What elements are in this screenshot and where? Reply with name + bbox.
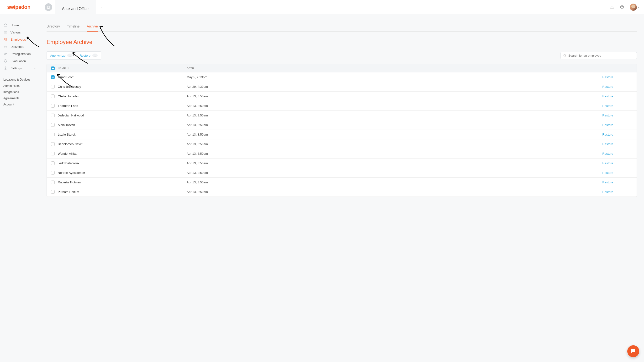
svg-point-11 — [4, 39, 5, 40]
table-header: NAME ⇅ DATE ⌄ — [47, 64, 636, 72]
chevron-down-icon: ▾ — [100, 6, 102, 8]
table-row: Chris Brocklesby Apr 29, 4:39pm Restore — [47, 82, 636, 91]
table-row: Ofella Hogsden Apr 13, 8:50am Restore — [47, 91, 636, 101]
row-restore-link[interactable]: Restore — [602, 75, 632, 79]
chat-button[interactable] — [627, 345, 639, 357]
sidebar-item-home[interactable]: Home — [0, 22, 39, 29]
table-row: Bartolomeo Nevitt Apr 13, 8:50am Restore — [47, 139, 636, 149]
table-row: Jedediah Hailwood Apr 13, 8:50am Restore — [47, 110, 636, 120]
anonymize-button[interactable]: Anonymize 1 — [46, 51, 76, 60]
sidebar-item-label: Home — [10, 24, 19, 27]
sidebar-item-deliveries[interactable]: Deliveries — [0, 43, 39, 50]
sidebar-sub-admin-roles[interactable]: Admin Roles — [0, 83, 39, 89]
row-name: Jarad Scott — [58, 75, 187, 79]
bulk-actions: Anonymize 1 Restore 1 — [46, 51, 101, 60]
row-restore-link[interactable]: Restore — [602, 123, 632, 127]
avatar — [630, 4, 637, 11]
row-name: Jedd Delacroux — [58, 161, 187, 165]
svg-line-19 — [565, 56, 566, 57]
sort-icon: ⇅ — [67, 67, 70, 70]
user-menu[interactable]: ▾ — [630, 4, 639, 11]
column-date[interactable]: DATE ⌄ — [187, 67, 311, 70]
row-checkbox[interactable] — [51, 104, 55, 108]
tab-directory[interactable]: Directory — [46, 22, 60, 32]
table-row: Aloin Trevan Apr 13, 8:50am Restore — [47, 120, 636, 130]
select-all-checkbox[interactable] — [51, 67, 55, 70]
row-checkbox[interactable] — [51, 85, 55, 88]
sidebar-item-settings[interactable]: Settings⌄ — [0, 65, 39, 72]
row-checkbox[interactable] — [51, 94, 55, 98]
table-row: Jarad Scott May 5, 2:23pm Restore — [47, 72, 636, 82]
row-checkbox[interactable] — [51, 133, 55, 136]
sidebar-item-label: Settings — [10, 67, 22, 70]
tab-archive[interactable]: Archive — [87, 22, 98, 32]
sidebar-item-label: Deliveries — [10, 45, 24, 49]
row-restore-link[interactable]: Restore — [602, 161, 632, 165]
table-row: Wendel Allflatt Apr 13, 8:50am Restore — [47, 149, 636, 158]
svg-point-14 — [5, 53, 6, 54]
chevron-down-icon: ▾ — [638, 6, 639, 8]
row-restore-link[interactable]: Restore — [602, 190, 632, 194]
row-date: Apr 13, 8:50am — [187, 152, 311, 155]
column-name[interactable]: NAME ⇅ — [58, 67, 187, 70]
row-restore-link[interactable]: Restore — [602, 171, 632, 174]
svg-rect-7 — [4, 31, 7, 33]
row-date: Apr 13, 8:50am — [187, 190, 311, 194]
box-icon — [3, 45, 8, 49]
sidebar-item-visitors[interactable]: Visitors — [0, 29, 39, 36]
home-icon — [3, 23, 8, 27]
sidebar-item-evacuation[interactable]: Evacuation — [0, 57, 39, 65]
id-icon — [3, 30, 8, 35]
restore-count: 1 — [92, 54, 98, 57]
row-name: Ofella Hogsden — [58, 94, 187, 98]
row-checkbox[interactable] — [51, 123, 55, 127]
sidebar-sub-integrations[interactable]: Integrations — [0, 89, 39, 95]
svg-rect-0 — [48, 6, 50, 8]
row-checkbox[interactable] — [51, 190, 55, 194]
search-input[interactable] — [568, 54, 634, 57]
row-date: Apr 13, 8:50am — [187, 171, 311, 174]
sidebar-item-employees[interactable]: Employees — [0, 36, 39, 43]
anonymize-label: Anonymize — [50, 54, 66, 57]
row-restore-link[interactable]: Restore — [602, 94, 632, 98]
row-restore-link[interactable]: Restore — [602, 142, 632, 146]
search-input-wrap[interactable] — [560, 52, 637, 59]
row-checkbox[interactable] — [51, 114, 55, 117]
row-restore-link[interactable]: Restore — [602, 104, 632, 108]
row-restore-link[interactable]: Restore — [602, 180, 632, 184]
row-checkbox[interactable] — [51, 142, 55, 146]
table-row: Lezlie Storck Apr 13, 8:50am Restore — [47, 130, 636, 139]
account-switcher[interactable]: Showcase account Auckland Office ▾ — [45, 0, 102, 18]
anonymize-count: 1 — [67, 54, 72, 57]
row-restore-link[interactable]: Restore — [602, 114, 632, 117]
row-restore-link[interactable]: Restore — [602, 133, 632, 136]
sidebar-sub-account[interactable]: Account — [0, 101, 39, 108]
row-name: Aloin Trevan — [58, 123, 187, 127]
sidebar-sub-locations-devices[interactable]: Locations & Devices — [0, 77, 39, 83]
svg-rect-1 — [48, 6, 48, 7]
tab-timeline[interactable]: Timeline — [67, 22, 80, 32]
row-checkbox[interactable] — [51, 152, 55, 155]
row-name: Putnam Holtum — [58, 190, 187, 194]
row-checkbox[interactable] — [51, 180, 55, 184]
bell-icon[interactable] — [610, 5, 614, 10]
row-restore-link[interactable]: Restore — [602, 152, 632, 155]
row-checkbox[interactable] — [51, 161, 55, 165]
row-restore-link[interactable]: Restore — [602, 85, 632, 88]
sidebar-item-preregistration[interactable]: Preregistration — [0, 50, 39, 57]
employee-table: NAME ⇅ DATE ⌄ Jarad Scott May 5, 2:23pm … — [46, 64, 637, 197]
chevron-down-icon: ⌄ — [196, 67, 198, 70]
row-date: Apr 13, 8:50am — [187, 123, 311, 127]
sidebar-item-label: Preregistration — [10, 52, 31, 56]
row-checkbox[interactable] — [51, 171, 55, 174]
table-row: Putnam Holtum Apr 13, 8:50am Restore — [47, 187, 636, 197]
help-icon[interactable] — [620, 5, 624, 10]
row-name: Bartolomeo Nevitt — [58, 142, 187, 146]
svg-point-8 — [5, 32, 6, 33]
sidebar-sub-agreements[interactable]: Agreements — [0, 95, 39, 101]
page-title: Employee Archive — [46, 39, 637, 45]
row-checkbox[interactable] — [51, 75, 55, 79]
chevron-down-icon: ⌄ — [34, 67, 36, 70]
building-icon — [45, 3, 52, 11]
restore-button[interactable]: Restore 1 — [76, 51, 101, 60]
